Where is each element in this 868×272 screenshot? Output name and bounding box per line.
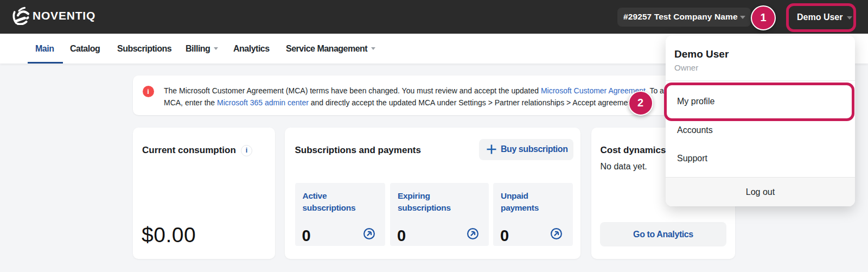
svg-text:NOVENTIQ: NOVENTIQ [33,9,95,22]
